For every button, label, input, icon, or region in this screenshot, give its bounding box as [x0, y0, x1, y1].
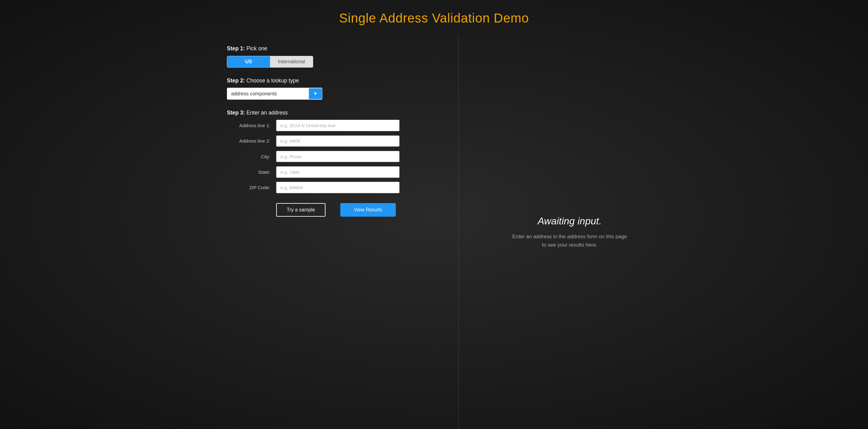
right-panel: Awaiting input. Enter an address in the … — [459, 35, 681, 429]
step3-row: Step 3: Enter an address Address line 1:… — [227, 110, 439, 193]
lookup-type-select[interactable]: address components freeform ZIP code onl… — [227, 88, 309, 99]
page-wrapper: Single Address Validation Demo Step 1: P… — [0, 0, 868, 429]
address1-label: Address line 1: — [227, 123, 276, 128]
state-label: State: — [227, 169, 276, 175]
city-input[interactable] — [276, 151, 400, 162]
awaiting-title: Awaiting input. — [537, 216, 602, 227]
main-content: Step 1: Pick one US International Step 2… — [187, 35, 681, 429]
try-sample-button[interactable]: Try a sample — [276, 203, 326, 217]
state-row: State: — [227, 166, 439, 178]
view-results-button[interactable]: View Results — [340, 203, 396, 217]
step1-row: Step 1: Pick one US International — [227, 46, 439, 67]
awaiting-subtitle: Enter an address in the address form on … — [512, 233, 627, 249]
dropdown-arrow-icon: ▼ — [309, 88, 322, 99]
page-title: Single Address Validation Demo — [334, 0, 534, 35]
zip-label: ZIP Code: — [227, 185, 276, 190]
toggle-international-button[interactable]: International — [270, 56, 313, 67]
step2-label: Step 2: Choose a lookup type — [227, 78, 439, 84]
address2-row: Address line 2: — [227, 136, 439, 147]
zip-row: ZIP Code: — [227, 182, 439, 193]
toggle-group: US International — [227, 56, 313, 67]
lookup-dropdown-wrapper: address components freeform ZIP code onl… — [227, 88, 322, 99]
button-row: Try a sample View Results — [227, 203, 439, 217]
address1-row: Address line 1: — [227, 120, 439, 131]
left-panel: Step 1: Pick one US International Step 2… — [187, 35, 459, 429]
step2-row: Step 2: Choose a lookup type address com… — [227, 78, 439, 100]
state-input[interactable] — [276, 166, 400, 178]
step1-label: Step 1: Pick one — [227, 46, 439, 52]
address2-input[interactable] — [276, 136, 400, 147]
address-form: Address line 1: Address line 2: City: St… — [227, 120, 439, 193]
toggle-us-button[interactable]: US — [227, 56, 270, 67]
step3-label: Step 3: Enter an address — [227, 110, 439, 116]
city-label: City: — [227, 154, 276, 159]
city-row: City: — [227, 151, 439, 162]
address2-label: Address line 2: — [227, 138, 276, 144]
address1-input[interactable] — [276, 120, 400, 131]
zip-input[interactable] — [276, 182, 400, 193]
